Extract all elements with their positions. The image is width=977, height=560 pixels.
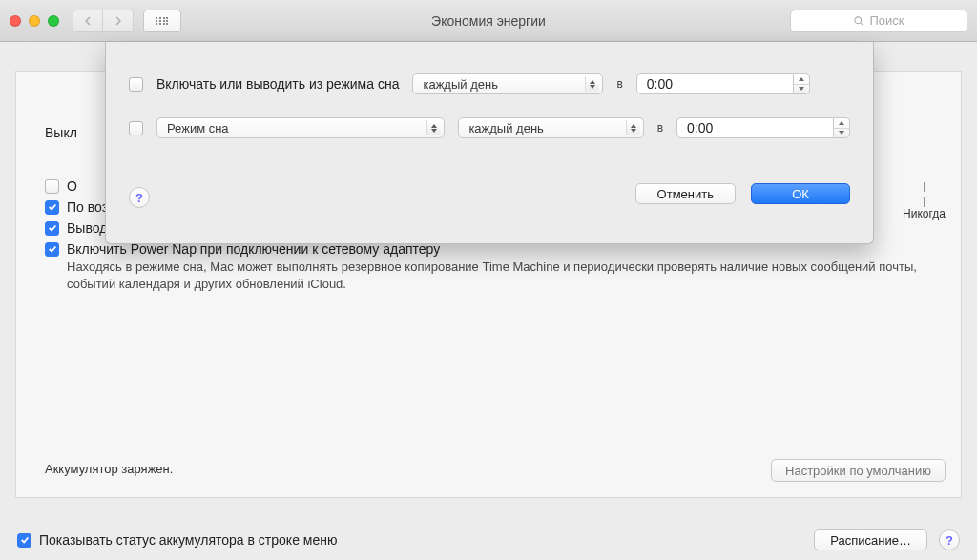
step-up-icon[interactable]: [794, 74, 809, 85]
step-down-icon[interactable]: [794, 85, 809, 94]
schedule-row-wake: Включать или выводить из режима сна кажд…: [129, 69, 850, 99]
wake-time-field[interactable]: 0:00: [636, 73, 794, 94]
window-titlebar: Экономия энергии Поиск: [0, 0, 977, 42]
sleep-time-field[interactable]: 0:00: [676, 117, 834, 138]
show-all-button[interactable]: [143, 10, 181, 32]
window-controls: [10, 15, 59, 27]
chevron-left-icon: [84, 16, 92, 26]
show-status-label: Показывать статус аккумулятора в строке …: [39, 532, 337, 548]
step-down-icon[interactable]: [834, 129, 849, 138]
stepper-arrows-icon: [626, 120, 640, 135]
wake-time-group: 0:00: [636, 73, 810, 94]
slider-never-tick: Никогда: [903, 182, 946, 220]
checkbox-show-status[interactable]: [17, 533, 31, 548]
schedule-sheet: Включать или выводить из режима сна кажд…: [105, 42, 874, 244]
svg-line-1: [861, 22, 863, 25]
wake-time-value: 0:00: [647, 76, 673, 92]
help-button[interactable]: ?: [939, 529, 960, 550]
forward-button[interactable]: [103, 10, 134, 32]
checkbox-wake[interactable]: [129, 77, 143, 92]
schedule-button[interactable]: Расписание…: [814, 529, 927, 550]
nav-back-forward: [73, 10, 134, 32]
battery-status-text: Аккумулятор заряжен.: [45, 462, 173, 476]
grid-icon: [156, 17, 169, 25]
wake-label: Включать или выводить из режима сна: [156, 76, 399, 92]
zoom-window-icon[interactable]: [48, 15, 59, 27]
sheet-actions: Отменить ОК: [635, 183, 850, 204]
ok-button[interactable]: ОК: [751, 183, 850, 204]
wake-freq-value: каждый день: [423, 77, 497, 92]
cancel-label: Отменить: [657, 187, 714, 201]
checkbox-opt0[interactable]: [45, 179, 59, 194]
wake-time-stepper[interactable]: [794, 73, 810, 94]
stepper-arrows-icon: [585, 76, 599, 92]
sheet-help-button[interactable]: ?: [129, 187, 150, 208]
footer: Показывать статус аккумулятора в строке …: [0, 529, 977, 550]
at-label-1: в: [616, 77, 622, 91]
wake-frequency-select[interactable]: каждый день: [412, 73, 603, 94]
question-icon: ?: [946, 533, 953, 548]
ok-label: ОК: [792, 187, 809, 201]
at-label-2: в: [657, 121, 663, 135]
sleep-time-group: 0:00: [676, 117, 850, 138]
question-icon: ?: [135, 191, 143, 205]
search-icon: [853, 15, 864, 27]
minimize-window-icon[interactable]: [29, 15, 40, 27]
cancel-button[interactable]: Отменить: [635, 183, 736, 204]
sleep-time-value: 0:00: [687, 120, 713, 135]
sleep-action-select[interactable]: Режим сна: [156, 117, 445, 138]
back-button[interactable]: [73, 10, 103, 32]
schedule-label: Расписание…: [830, 533, 911, 548]
schedule-row-sleep: Режим сна каждый день в 0:00: [129, 113, 850, 143]
sleep-action-value: Режим сна: [167, 121, 229, 135]
step-up-icon[interactable]: [834, 118, 849, 129]
sleep-freq-value: каждый день: [468, 121, 543, 135]
search-placeholder: Поиск: [869, 13, 904, 28]
close-window-icon[interactable]: [10, 15, 21, 27]
chevron-right-icon: [114, 16, 122, 26]
checkbox-sleep[interactable]: [129, 121, 143, 135]
sleep-frequency-select[interactable]: каждый день: [458, 117, 643, 138]
sleep-time-stepper[interactable]: [834, 117, 850, 138]
restore-defaults-button[interactable]: Настройки по умолчанию: [771, 459, 946, 482]
opt0-label: О: [67, 178, 77, 194]
opt3-description: Находясь в режиме сна, Mac может выполня…: [67, 259, 925, 292]
stepper-arrows-icon: [426, 120, 441, 135]
defaults-label: Настройки по умолчанию: [785, 464, 931, 478]
checkbox-opt2[interactable]: [45, 221, 59, 236]
checkbox-opt3[interactable]: [45, 242, 59, 257]
checkbox-opt1[interactable]: [45, 200, 59, 215]
search-input[interactable]: Поиск: [790, 10, 967, 32]
never-label: Никогда: [903, 207, 946, 220]
svg-point-0: [855, 16, 862, 23]
